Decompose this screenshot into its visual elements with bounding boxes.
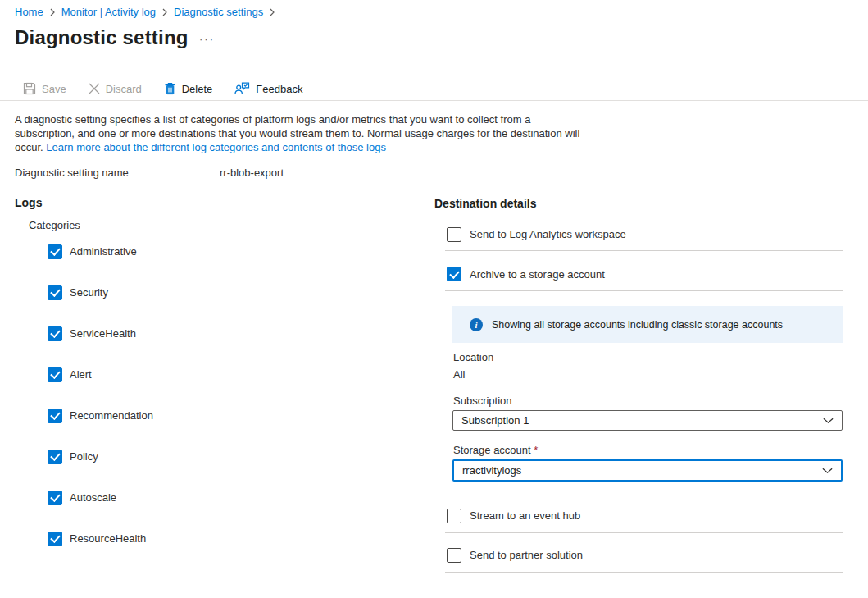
info-banner: i Showing all storage accounts including…: [452, 306, 843, 343]
destination-row-log-analytics: Send to Log Analytics workspace: [445, 218, 843, 251]
learn-more-link[interactable]: Learn more about the different log categ…: [46, 141, 386, 153]
info-banner-text: Showing all storage accounts including c…: [492, 319, 783, 331]
info-icon: i: [470, 318, 483, 331]
category-row-security: Security: [39, 272, 425, 313]
category-label[interactable]: ServiceHealth: [70, 327, 136, 340]
breadcrumb-home[interactable]: Home: [15, 6, 43, 18]
destination-option-label[interactable]: Send to partner solution: [470, 549, 583, 561]
partner-solution-checkbox[interactable]: [447, 548, 461, 563]
storage-account-label: Storage account *: [453, 444, 538, 456]
category-row-administrative: Administrative: [39, 231, 425, 272]
discard-button-label: Discard: [106, 83, 142, 95]
category-row-autoscale: Autoscale: [39, 477, 425, 518]
breadcrumb-diagnostic-settings[interactable]: Diagnostic settings: [174, 6, 263, 18]
location-value: All: [453, 368, 465, 381]
alert-checkbox[interactable]: [48, 367, 62, 382]
storage-account-dropdown[interactable]: rractivitylogs: [452, 459, 843, 482]
more-menu-icon[interactable]: ···: [199, 33, 215, 45]
event-hub-checkbox[interactable]: [447, 509, 461, 523]
destination-row-event-hub: Stream to an event hub: [445, 499, 843, 533]
security-checkbox[interactable]: [48, 285, 62, 300]
destination-details-heading: Destination details: [434, 197, 536, 210]
administrative-checkbox[interactable]: [48, 244, 62, 259]
category-label[interactable]: ResourceHealth: [70, 532, 146, 545]
category-label[interactable]: Autoscale: [70, 491, 116, 504]
category-row-recommendation: Recommendation: [39, 395, 425, 436]
category-label[interactable]: Alert: [70, 368, 92, 381]
servicehealth-checkbox[interactable]: [48, 326, 62, 341]
category-row-policy: Policy: [39, 436, 425, 477]
chevron-right-icon: [49, 8, 56, 16]
diagnostic-setting-name-label: Diagnostic setting name: [15, 167, 220, 179]
diagnostic-setting-name-row: Diagnostic setting name rr-blob-export: [15, 167, 284, 179]
category-label[interactable]: Policy: [70, 450, 98, 463]
diagnostic-setting-name-value: rr-blob-export: [220, 167, 284, 179]
chevron-down-icon: [821, 466, 834, 476]
category-label[interactable]: Recommendation: [70, 409, 153, 422]
autoscale-checkbox[interactable]: [48, 491, 62, 505]
delete-button-label: Delete: [182, 83, 213, 95]
required-asterisk: *: [534, 444, 538, 456]
categories-label: Categories: [29, 219, 80, 231]
resourcehealth-checkbox[interactable]: [48, 532, 62, 546]
page-title: Diagnostic setting: [15, 26, 189, 49]
feedback-person-icon: [234, 82, 250, 95]
breadcrumb: Home Monitor | Activity log Diagnostic s…: [15, 6, 275, 18]
destination-row-partner-solution: Send to partner solution: [445, 538, 843, 573]
chevron-right-icon: [161, 8, 168, 16]
discard-button[interactable]: Discard: [89, 83, 142, 95]
category-row-servicehealth: ServiceHealth: [39, 313, 425, 354]
log-analytics-checkbox[interactable]: [447, 227, 461, 242]
location-label: Location: [453, 351, 493, 363]
category-label[interactable]: Security: [70, 286, 108, 299]
toolbar-divider: [0, 100, 868, 101]
save-icon: [23, 82, 36, 95]
category-label[interactable]: Administrative: [70, 245, 137, 258]
logs-heading: Logs: [15, 196, 42, 209]
category-row-alert: Alert: [39, 354, 425, 395]
archive-storage-checkbox[interactable]: [447, 267, 461, 281]
destination-option-label[interactable]: Archive to a storage account: [470, 268, 605, 281]
destination-row-storage-account: Archive to a storage account: [445, 258, 843, 291]
recommendation-checkbox[interactable]: [48, 409, 62, 423]
subscription-label: Subscription: [453, 395, 512, 407]
page-description: A diagnostic setting specifies a list of…: [15, 112, 590, 154]
save-button[interactable]: Save: [23, 82, 66, 95]
save-button-label: Save: [42, 83, 66, 95]
policy-checkbox[interactable]: [48, 450, 62, 464]
destination-option-label[interactable]: Send to Log Analytics workspace: [470, 228, 626, 240]
storage-account-dropdown-value: rractivitylogs: [462, 464, 521, 477]
chevron-down-icon: [822, 416, 834, 426]
chevron-right-icon: [269, 8, 275, 16]
category-row-resourcehealth: ResourceHealth: [39, 518, 425, 559]
command-bar: Save Discard Delete Feedback: [23, 79, 302, 98]
feedback-button[interactable]: Feedback: [234, 82, 302, 95]
subscription-dropdown-value: Subscription 1: [461, 414, 529, 427]
delete-button[interactable]: Delete: [164, 82, 213, 95]
trash-icon: [164, 82, 176, 95]
feedback-button-label: Feedback: [256, 83, 302, 95]
storage-account-label-text: Storage account: [453, 444, 534, 456]
close-icon: [89, 83, 100, 94]
destination-option-label[interactable]: Stream to an event hub: [470, 509, 580, 522]
subscription-dropdown[interactable]: Subscription 1: [452, 410, 843, 431]
breadcrumb-monitor-activity-log[interactable]: Monitor | Activity log: [61, 6, 156, 18]
